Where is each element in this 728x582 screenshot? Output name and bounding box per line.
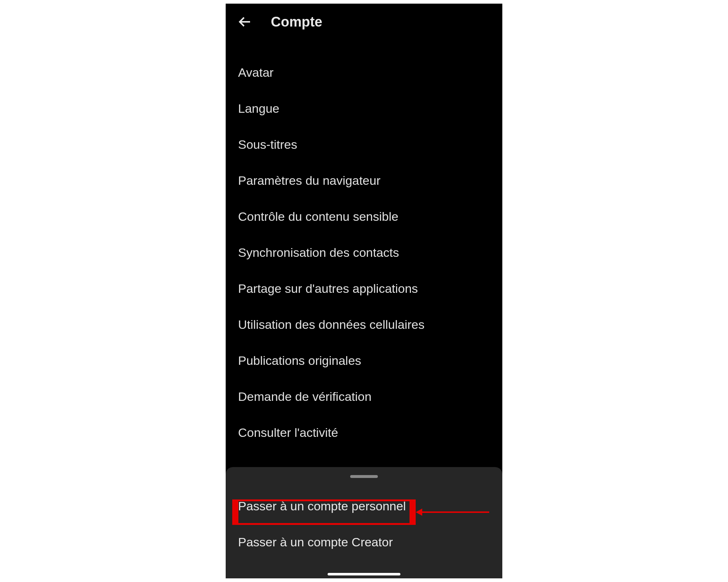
- navigation-bar-indicator: [328, 573, 400, 575]
- page-title: Compte: [271, 14, 322, 30]
- sheet-item-compte-personnel[interactable]: Passer à un compte personnel: [226, 488, 502, 524]
- menu-item-controle-contenu-sensible[interactable]: Contrôle du contenu sensible: [238, 199, 490, 235]
- menu-item-parametres-navigateur[interactable]: Paramètres du navigateur: [238, 163, 490, 199]
- header: Compte: [226, 4, 502, 40]
- menu-item-avatar[interactable]: Avatar: [238, 55, 490, 91]
- menu-item-consulter-activite[interactable]: Consulter l'activité: [238, 415, 490, 451]
- menu-item-partage-applications[interactable]: Partage sur d'autres applications: [238, 271, 490, 307]
- sheet-item-label: Passer à un compte Creator: [238, 535, 393, 549]
- back-icon[interactable]: [237, 14, 253, 30]
- bottom-sheet: Passer à un compte personnel Passer à un…: [226, 467, 502, 578]
- phone-screen: Compte Avatar Langue Sous-titres Paramèt…: [226, 4, 502, 578]
- menu-item-langue[interactable]: Langue: [238, 91, 490, 127]
- settings-menu-list: Avatar Langue Sous-titres Paramètres du …: [226, 40, 502, 451]
- menu-item-synchronisation-contacts[interactable]: Synchronisation des contacts: [238, 235, 490, 271]
- sheet-item-compte-creator[interactable]: Passer à un compte Creator: [226, 524, 502, 560]
- menu-item-sous-titres[interactable]: Sous-titres: [238, 127, 490, 163]
- drag-handle[interactable]: [350, 475, 378, 478]
- menu-item-donnees-cellulaires[interactable]: Utilisation des données cellulaires: [238, 307, 490, 343]
- sheet-item-label: Passer à un compte personnel: [238, 499, 406, 513]
- menu-item-publications-originales[interactable]: Publications originales: [238, 343, 490, 379]
- menu-item-demande-verification[interactable]: Demande de vérification: [238, 379, 490, 415]
